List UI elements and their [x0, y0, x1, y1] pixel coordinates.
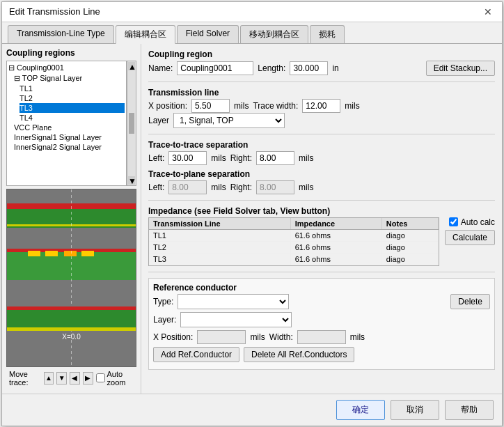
ref-layer-select[interactable]	[180, 312, 292, 327]
tab-field-solver[interactable]: Field Solver	[177, 25, 239, 43]
ref-width-unit: mils	[350, 332, 365, 342]
delete-ref-btn[interactable]: Delete	[450, 294, 490, 309]
tree-item-tl3[interactable]: TL3	[19, 103, 125, 113]
tp-right-unit: mils	[299, 183, 313, 192]
layer-label: Layer	[148, 116, 169, 125]
tt-right-unit: mils	[299, 153, 313, 163]
transmission-line-section: Transmission line X position: mils Trace…	[148, 88, 495, 128]
row-tl: TL2	[149, 241, 290, 253]
coupling-regions-title: Coupling regions	[6, 48, 136, 58]
trace-plane-section: Trace-to-plane separation Left: mils Rig…	[148, 169, 495, 194]
move-up-btn[interactable]: ▲	[44, 372, 54, 385]
impedance-table-wrap: Transmission Line Impedance Notes TL1 61…	[148, 217, 439, 266]
edit-stackup-btn[interactable]: Edit Stackup...	[426, 61, 495, 76]
col-notes: Notes	[381, 218, 438, 230]
row-imp: 61.6 ohms	[290, 229, 381, 241]
help-btn[interactable]: 帮助	[445, 400, 494, 420]
separator-4	[148, 272, 495, 272]
row-imp: 61.6 ohms	[290, 241, 381, 253]
cancel-btn[interactable]: 取消	[391, 400, 439, 420]
name-label: Name:	[148, 63, 173, 73]
auto-calc-checkbox[interactable]	[449, 217, 458, 226]
scroll-down-btn[interactable]: ▼	[128, 176, 135, 185]
tree-item-tl2[interactable]: TL2	[19, 93, 125, 103]
impedance-title: Impedance (see Field Solver tab, View bu…	[148, 206, 495, 216]
trace-trace-section: Trace-to-trace separation Left: mils Rig…	[148, 140, 495, 165]
move-left-btn[interactable]: ◀	[70, 372, 80, 385]
main-dialog: Edit Transmission Line ✕ Transmission-Li…	[1, 1, 503, 426]
ref-type-row: Type: Delete	[153, 294, 490, 309]
ref-buttons-row: Add Ref.Conductor Delete All Ref.Conduct…	[153, 347, 490, 362]
ref-width-input[interactable]	[297, 330, 346, 344]
svg-rect-7	[45, 251, 58, 256]
trace-width-label: Trace width:	[253, 101, 298, 111]
tree-item-coupling0001[interactable]: ⊟ Coupling0001	[8, 63, 125, 73]
row-notes: diago	[381, 229, 438, 241]
scroll-thumb[interactable]	[129, 113, 134, 134]
scroll-up-btn[interactable]: ▲	[128, 62, 135, 70]
move-trace-label: Move trace:	[9, 370, 41, 387]
tree-item-tl1[interactable]: TL1	[19, 84, 125, 93]
tab-bar: Transmission-Line Type 编辑耦合区 Field Solve…	[2, 22, 502, 44]
table-row[interactable]: TL3 61.6 ohms diago	[149, 253, 438, 265]
add-ref-conductor-btn[interactable]: Add Ref.Conductor	[153, 347, 239, 362]
canvas-area: X=0.0	[6, 189, 136, 367]
ref-xpos-input[interactable]	[197, 330, 246, 344]
tree-container[interactable]: ⊟ Coupling0001 ⊟ TOP Signal Layer TL1 TL…	[6, 61, 127, 186]
auto-zoom-checkbox[interactable]	[96, 373, 105, 382]
impedance-right: Auto calc Calculate	[445, 217, 495, 245]
coupling-region-title: Coupling region	[148, 49, 495, 59]
separator-2	[148, 134, 495, 134]
canvas-svg: X=0.0	[7, 189, 136, 366]
tree-item-top-signal[interactable]: ⊟ TOP Signal Layer	[14, 73, 125, 84]
tab-move-coupling[interactable]: 移动到耦合区	[240, 25, 308, 43]
xpos-input[interactable]	[191, 99, 230, 113]
ref-width-label: Width:	[269, 332, 293, 342]
tree-item-tl4[interactable]: TL4	[19, 113, 125, 123]
auto-zoom-label[interactable]: Auto zoom	[96, 370, 134, 387]
tp-left-label: Left:	[148, 183, 164, 192]
col-impedance: Impedance	[290, 218, 381, 230]
tab-loss[interactable]: 损耗	[310, 25, 345, 43]
svg-rect-11	[7, 306, 136, 331]
tree-scrollbar[interactable]: ▲ ▼	[127, 61, 136, 186]
calculate-btn[interactable]: Calculate	[445, 230, 495, 245]
layer-row: Layer 1, Signal, TOP	[148, 113, 495, 128]
right-panel: Coupling region Name: Length: in Edit St…	[141, 44, 502, 394]
xpos-row: X position: mils Trace width: mils	[148, 99, 495, 113]
tt-right-input[interactable]	[256, 151, 294, 165]
transmission-line-title: Transmission line	[148, 88, 495, 98]
tree-item-innersignal2[interactable]: InnerSignal2 Signal Layer	[14, 142, 125, 152]
move-down-btn[interactable]: ▼	[56, 372, 67, 385]
coupling-name-input[interactable]	[177, 61, 253, 75]
delete-all-ref-btn[interactable]: Delete All Ref.Conductors	[244, 347, 354, 362]
row-tl: TL3	[149, 253, 290, 265]
table-row[interactable]: TL1 61.6 ohms diago	[149, 229, 438, 241]
length-input[interactable]	[290, 61, 328, 75]
tp-left-input[interactable]	[168, 180, 207, 194]
tree-item-vcc-plane[interactable]: VCC Plane	[14, 123, 125, 132]
svg-rect-13	[7, 327, 136, 331]
confirm-btn[interactable]: 确定	[336, 400, 385, 420]
ref-xpos-label: X Position:	[153, 332, 193, 342]
svg-rect-8	[64, 251, 77, 256]
xpos-label: X position:	[148, 101, 187, 111]
ref-type-select[interactable]	[178, 294, 289, 309]
tp-right-input[interactable]	[256, 180, 294, 194]
table-row[interactable]: TL2 61.6 ohms diago	[149, 241, 438, 253]
bottom-bar: 确定 取消 帮助	[2, 394, 502, 426]
tt-left-input[interactable]	[168, 151, 207, 165]
length-label: Length:	[258, 63, 285, 73]
move-right-btn[interactable]: ▶	[83, 372, 93, 385]
trace-width-input[interactable]	[302, 99, 340, 113]
ref-xpos-unit: mils	[250, 332, 265, 342]
ref-layer-row: Layer:	[153, 312, 490, 327]
coupling-region-section: Coupling region Name: Length: in Edit St…	[148, 49, 495, 76]
tab-transmission-line-type[interactable]: Transmission-Line Type	[8, 25, 114, 43]
svg-rect-9	[81, 251, 94, 256]
close-button[interactable]: ✕	[481, 6, 495, 17]
separator-1	[148, 81, 495, 82]
tree-item-innersignal1[interactable]: InnerSignal1 Signal Layer	[14, 132, 125, 142]
layer-select[interactable]: 1, Signal, TOP	[173, 113, 285, 128]
tab-edit-coupling[interactable]: 编辑耦合区	[116, 25, 175, 44]
